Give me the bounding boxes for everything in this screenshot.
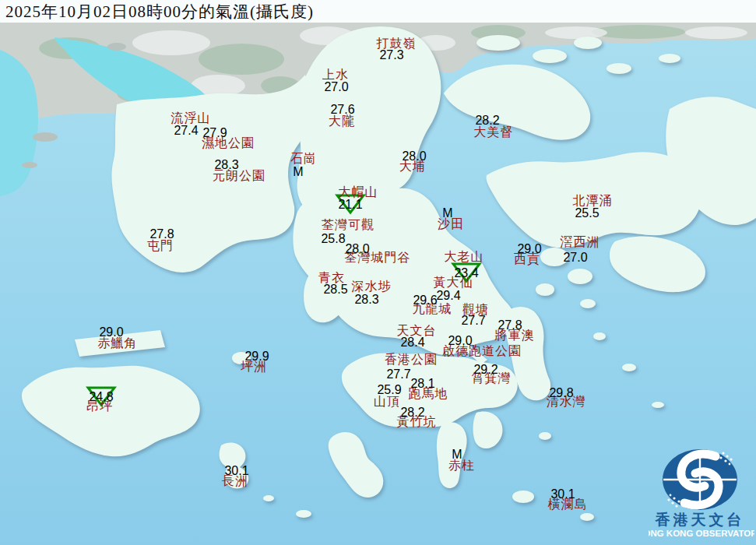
station-temp: 29.9: [244, 350, 269, 363]
station-label: 深水埗: [352, 280, 392, 293]
station-temp: 28.0: [345, 243, 369, 255]
station-temp: 29.0: [448, 335, 472, 347]
hko-logo-name-zh: 香港天文台: [655, 512, 745, 528]
station-temp: 27.0: [324, 81, 348, 93]
station-temp: 28.2: [475, 114, 499, 127]
station-label: 流浮山: [171, 112, 211, 125]
station-temp: 27.8: [149, 228, 174, 241]
station-temp: 29.8: [549, 387, 573, 399]
station-temp: 27.0: [563, 251, 587, 264]
station-label: 香港公園: [385, 353, 438, 366]
hko-logo-emblem: [663, 449, 737, 510]
station-temp: 28.4: [400, 336, 424, 349]
station-temp: 25.8: [321, 233, 345, 245]
station-temp: 29.0: [99, 326, 123, 339]
station-temp: 28.1: [410, 378, 434, 390]
station-label: 山頂: [374, 396, 400, 408]
station-temp: 28.2: [400, 406, 424, 419]
hko-logo-name-en: HONG KONG OBSERVATORY: [649, 529, 754, 538]
temperature-map-page: 2025年10月02日08時00分的氣溫(攝氏度) 打鼓嶺27.3上水27.0大…: [0, 0, 756, 545]
station-temp: 21.1: [338, 199, 362, 211]
station-label: 赤柱: [448, 459, 475, 472]
station-temp: M: [442, 207, 452, 220]
station-temp: 29.6: [413, 294, 437, 307]
station-temp: 25.9: [377, 384, 401, 396]
station-label: 大隴: [329, 115, 355, 128]
station-label: 赤鱲角: [98, 337, 138, 350]
station-label: 元朗公園: [213, 170, 265, 182]
station-label: 石崗: [290, 153, 317, 165]
station-temp: 28.5: [323, 283, 347, 296]
station-label: 屯門: [147, 240, 174, 252]
station-temp: 29.0: [517, 243, 541, 255]
station-label: 大老山: [445, 251, 484, 263]
station-temp: M: [293, 166, 303, 178]
station-temp: 30.1: [224, 465, 248, 477]
station-temp: 29.2: [473, 364, 498, 376]
station-temp: 25.5: [575, 207, 599, 220]
station-temp: 27.9: [202, 127, 227, 139]
station-label: 大帽山: [339, 186, 378, 199]
station-temp: 30.1: [550, 488, 575, 501]
station-label: 沙田: [438, 218, 464, 230]
station-temp: 28.0: [402, 150, 426, 163]
station-temp: 28.3: [214, 159, 238, 171]
station-temp: 28.3: [354, 294, 378, 306]
station-label: 北潭涌: [573, 195, 613, 207]
station-temp: 27.7: [386, 368, 410, 381]
station-temp: 27.4: [174, 125, 198, 137]
station-temp: 23.4: [454, 267, 478, 280]
page-title: 2025年10月02日08時00分的氣溫(攝氏度): [5, 1, 314, 23]
station-temp: M: [452, 448, 462, 461]
station-temp: 27.3: [379, 49, 403, 62]
station-temp: 27.6: [330, 104, 354, 116]
hko-logo: 香港天文台 HONG KONG OBSERVATORY: [649, 427, 754, 543]
station-temp: 27.7: [461, 315, 485, 327]
station-label: 上水: [322, 69, 349, 81]
station-temp: 29.4: [436, 290, 460, 302]
station-label: 荃灣可觀: [322, 219, 374, 231]
station-temp: 24.8: [89, 391, 113, 403]
station-label: 滘西洲: [561, 236, 600, 248]
station-label: 大美督: [474, 126, 514, 139]
hong-kong-map: [0, 0, 756, 545]
station-temp: 27.8: [498, 319, 522, 332]
